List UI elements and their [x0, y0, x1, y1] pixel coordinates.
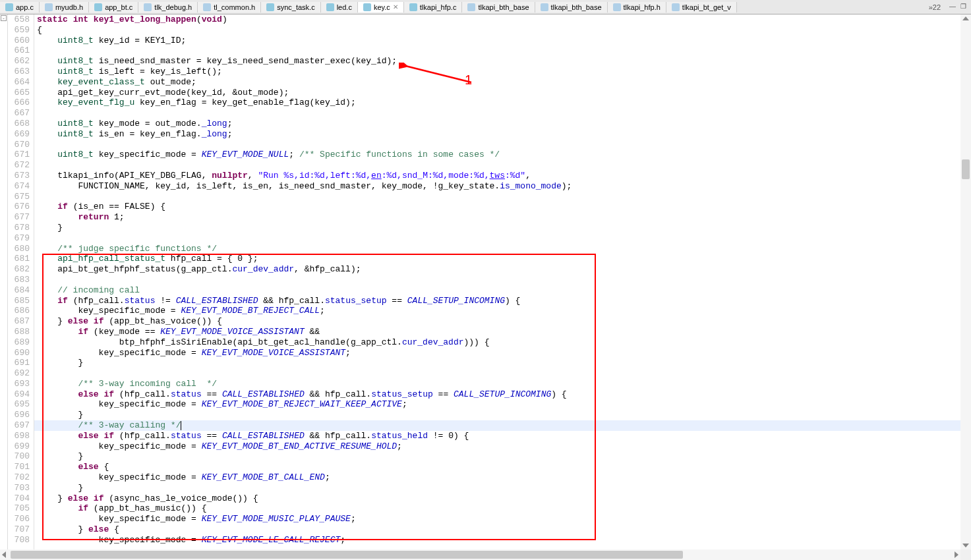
code-line[interactable]: key_specific_mode = KEY_EVT_MODE_BT_CALL…: [37, 472, 971, 483]
tab-myudb-h[interactable]: myudb.h: [40, 2, 89, 13]
code-line[interactable]: } else {: [37, 524, 971, 535]
h-file-icon: [672, 3, 680, 11]
line-number: 696: [8, 410, 30, 420]
line-number: 688: [8, 327, 30, 337]
code-line[interactable]: api_hfp_call_status_t hfp_call = { 0 };: [37, 254, 971, 264]
code-line[interactable]: key_specific_mode = KEY_EVT_MODE_VOICE_A…: [37, 348, 971, 358]
tab-sync_task-c[interactable]: sync_task.c: [261, 2, 320, 13]
tab-tl_common-h[interactable]: tl_common.h: [198, 2, 261, 13]
code-line[interactable]: /** 3-way calling */: [37, 420, 971, 431]
code-line[interactable]: tlkapi_info(API_KEY_DBG_FLAG, nullptr, "…: [37, 171, 971, 181]
tab-bar: app.cmyudb.happ_bt.ctlk_debug.htl_common…: [0, 0, 971, 14]
fold-collapse-icon[interactable]: -: [1, 15, 7, 21]
tab-label: tlkapi_hfp.h: [624, 3, 661, 11]
code-line[interactable]: } else if (async_has_le_voice_mode()) {: [37, 493, 971, 504]
code-line[interactable]: key_specific_mode = KEY_EVT_MODE_BT_REJE…: [37, 399, 971, 410]
horizontal-scrollbar[interactable]: [0, 549, 960, 560]
code-line[interactable]: key_event_class_t out_mode;: [37, 77, 971, 88]
fold-gutter: -: [0, 14, 8, 549]
code-line[interactable]: else if (hfp_call.status == CALL_ESTABLI…: [37, 389, 971, 400]
tab-app-c[interactable]: app.c: [0, 2, 40, 13]
tab-label: tlkapi_bth_base: [551, 3, 602, 11]
code-line[interactable]: // incoming call: [37, 285, 971, 296]
min-button[interactable]: —: [947, 3, 958, 12]
code-line[interactable]: else {: [37, 462, 971, 472]
code-line[interactable]: if (key_mode == KEY_EVT_MODE_VOICE_ASSIS…: [37, 327, 971, 337]
line-number: 672: [8, 160, 30, 171]
code-line[interactable]: }: [37, 223, 971, 233]
c-file-icon: [363, 3, 371, 11]
code-line[interactable]: }: [37, 410, 971, 420]
line-number: 664: [8, 77, 30, 88]
code-line[interactable]: [37, 45, 971, 56]
h-file-icon: [203, 3, 211, 11]
tab-app_bt-c[interactable]: app_bt.c: [89, 2, 138, 13]
code-line[interactable]: return 1;: [37, 212, 971, 223]
code-line[interactable]: uint8_t key_id = KEY1_ID;: [37, 36, 971, 46]
tab-led-c[interactable]: led.c: [321, 2, 358, 13]
code-line[interactable]: if (app_bt_has_music()) {: [37, 503, 971, 514]
code-line[interactable]: /** 3-way incoming call */: [37, 379, 971, 389]
code-line[interactable]: [37, 275, 971, 285]
code-line[interactable]: /** judge specific functions */: [37, 244, 971, 254]
code-line[interactable]: uint8_t key_mode = out_mode._long;: [37, 119, 971, 129]
code-area[interactable]: static int key1_evt_long_happen(void){ u…: [34, 14, 971, 549]
code-line[interactable]: {: [37, 25, 971, 36]
code-line[interactable]: key_specific_mode = KEY_EVT_MODE_MUSIC_P…: [37, 514, 971, 524]
annotation-label: 1: [465, 72, 472, 88]
tab-label: tl_common.h: [214, 3, 255, 11]
line-number: 681: [8, 254, 30, 264]
tab-label: app_bt.c: [105, 3, 132, 11]
tab-tlkapi_hfp-h[interactable]: tlkapi_hfp.h: [608, 2, 666, 13]
tab-tlkapi_bth_base[interactable]: tlkapi_bth_base: [535, 2, 608, 13]
code-line[interactable]: uint8_t is_left = key_is_left();: [37, 67, 971, 77]
code-line[interactable]: [37, 160, 971, 171]
tab-key-c[interactable]: key.c✕: [358, 2, 404, 13]
h-file-icon: [467, 3, 475, 11]
code-line[interactable]: }: [37, 483, 971, 493]
code-line[interactable]: if (hfp_call.status != CALL_ESTABLISHED …: [37, 296, 971, 306]
code-line[interactable]: [37, 368, 971, 379]
code-line[interactable]: static int key1_evt_long_happen(void): [37, 14, 971, 25]
tab-tlkapi_bt_get_v[interactable]: tlkapi_bt_get_v: [666, 2, 737, 13]
tab-tlk_debug-h[interactable]: tlk_debug.h: [138, 2, 198, 13]
code-line[interactable]: key_specific_mode = KEY_EVT_MODE_LE_CALL…: [37, 535, 971, 546]
code-line[interactable]: uint8_t is_en = key_en_flag._long;: [37, 129, 971, 140]
code-line[interactable]: uint8_t is_need_snd_master = key_is_need…: [37, 56, 971, 67]
code-line[interactable]: [37, 108, 971, 119]
line-number: 698: [8, 431, 30, 441]
code-line[interactable]: FUNCTION_NAME, key_id, is_left, is_en, i…: [37, 181, 971, 192]
code-line[interactable]: [37, 233, 971, 244]
line-number: 658: [8, 14, 30, 25]
tab-tlkapi_hfp-c[interactable]: tlkapi_hfp.c: [404, 2, 463, 13]
scroll-corner: [960, 549, 971, 560]
tab-label: led.c: [337, 3, 352, 11]
code-line[interactable]: key_event_flg_u key_en_flag = key_get_en…: [37, 98, 971, 108]
code-line[interactable]: else if (hfp_call.status == CALL_ESTABLI…: [37, 431, 971, 441]
code-line[interactable]: key_specific_mode = KEY_EVT_MODE_BT_END_…: [37, 441, 971, 452]
line-number: 706: [8, 514, 30, 524]
code-line[interactable]: [37, 192, 971, 202]
line-number: 670: [8, 140, 30, 150]
horizontal-scroll-thumb[interactable]: [11, 551, 683, 559]
code-line[interactable]: uint8_t key_specific_mode = KEY_EVT_MODE…: [37, 150, 971, 160]
code-line[interactable]: } else if (app_bt_has_voice()) {: [37, 316, 971, 327]
tab-label: tlk_debug.h: [154, 3, 192, 11]
max-button[interactable]: ❐: [958, 3, 968, 12]
tab-overflow-indicator[interactable]: »22: [925, 3, 945, 11]
code-line[interactable]: if (is_en == FALSE) {: [37, 202, 971, 212]
line-number: 699: [8, 441, 30, 452]
code-line[interactable]: [37, 140, 971, 150]
code-line[interactable]: }: [37, 358, 971, 368]
tab-tlkapi_bth_base[interactable]: tlkapi_bth_base: [462, 2, 535, 13]
line-number: 666: [8, 98, 30, 108]
code-line[interactable]: api_bt_get_hfphf_status(g_app_ctl.cur_de…: [37, 264, 971, 275]
close-icon[interactable]: ✕: [393, 3, 398, 11]
h-file-icon: [613, 3, 621, 11]
code-line[interactable]: api_get_key_curr_evt_mode(key_id, &out_m…: [37, 88, 971, 98]
line-number: 674: [8, 181, 30, 192]
code-line[interactable]: }: [37, 451, 971, 462]
code-line[interactable]: key_specific_mode = KEY_EVT_MODE_BT_REJE…: [37, 306, 971, 316]
line-number: 691: [8, 358, 30, 368]
code-line[interactable]: btp_hfphf_isSiriEnable(api_bt_get_acl_ha…: [37, 337, 971, 348]
